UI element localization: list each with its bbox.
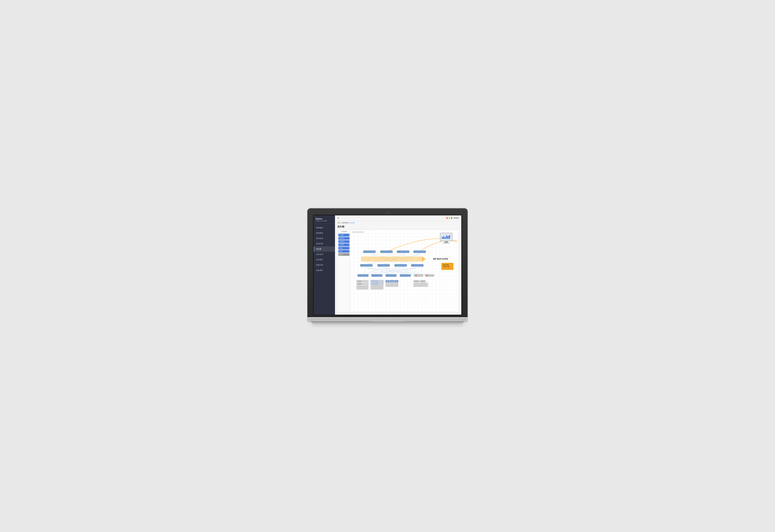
rack-3d	[386, 286, 398, 287]
device-btn-server[interactable]: Server	[338, 253, 350, 256]
breadcrumb-topology[interactable]: 拓扑图	[350, 222, 355, 224]
device-btn-pf6648[interactable]: PF6648	[338, 237, 350, 240]
leaf2-node-1[interactable]	[358, 274, 369, 277]
device-btn-pf30485[interactable]: PF30485	[338, 240, 350, 243]
svg-rect-37	[442, 237, 443, 239]
rack-1b	[356, 286, 369, 287]
status-dot-l2-4	[401, 275, 402, 276]
laptop-base	[308, 317, 467, 321]
laptop-camera	[387, 212, 388, 213]
device-btn-sf-series[interactable]: SF系列 ▾	[338, 243, 350, 246]
rack-3b	[386, 284, 398, 285]
sidebar-item-monitoring[interactable]: 监控警告	[314, 257, 335, 262]
svg-rect-39	[445, 237, 446, 239]
vm-box-3: VM	[394, 280, 398, 282]
tl-green	[451, 217, 452, 219]
status-dot-l1-4	[413, 265, 414, 266]
sidebar-item-device-maintenance[interactable]: 设备维护	[314, 268, 335, 273]
bgp-rr-dots: ............	[443, 267, 451, 269]
leaf2-node-3[interactable]	[386, 274, 397, 277]
rack-2d	[371, 289, 383, 289]
breadcrumb: 首页 / 物理网络 / 拓扑图	[335, 221, 461, 225]
sidebar-item-business-mgmt[interactable]: 业务管理	[314, 252, 335, 257]
rack-4a	[413, 283, 428, 284]
sidebar-item-device-discovery[interactable]: 设备发现	[314, 236, 335, 241]
status-dot-green	[365, 251, 366, 252]
rack-1c	[356, 288, 369, 288]
status-dot-l2-1	[359, 275, 360, 276]
docker-box-2: Docker	[420, 280, 426, 282]
svg-line-28	[397, 268, 400, 275]
device-btn-pf-series[interactable]: PF系列 ▾	[338, 234, 350, 236]
status-dot-green-4	[415, 251, 416, 252]
breadcrumb-home[interactable]: 首页	[338, 222, 341, 224]
app-container: Asteria Fabric Controller 网络概览 物理网络 设备发现…	[314, 215, 461, 315]
monitor-stand	[444, 241, 448, 243]
leaf2-node-5[interactable]	[414, 274, 423, 277]
sidebar-item-physical-network[interactable]: 物理网络	[314, 230, 335, 236]
bgp-rr-tooltip: BGP-RR Device-ID ............	[441, 263, 453, 270]
sidebar-item-traffic-analysis[interactable]: 流量分析	[314, 262, 335, 268]
sidebar-item-network-overview[interactable]: 网络概览	[314, 225, 335, 230]
chevron-down-icon-sf: ▾	[348, 244, 349, 246]
topbar: ≡ 管理员	[335, 215, 461, 221]
leaf1-node-1[interactable]	[360, 264, 373, 267]
laptop-screen-bezel: Asteria Fabric Controller 网络概览 物理网络 设备发现…	[313, 215, 462, 315]
status-dot-l1-2	[379, 265, 380, 266]
mp-bgp-label: MP-BGP EVPN	[433, 258, 448, 260]
rack-3a	[386, 283, 398, 284]
chevron-down-icon-other: ▾	[348, 250, 349, 252]
bgp-rr-line1: BGP-RR	[443, 264, 451, 266]
topology-area: 可选设备 PF系列 ▾ PF6648 PF3048	[335, 229, 461, 315]
sidebar-nav: 网络概览 物理网络 设备发现 实例列表 拓扑图 业务管理 监控警告 流量分析 设…	[314, 224, 335, 315]
status-dot-l2-3	[387, 275, 388, 276]
tl-red	[446, 217, 448, 219]
device-panel: 可选设备 PF系列 ▾ PF6648 PF3048	[338, 230, 350, 312]
spine-node-1[interactable]	[363, 250, 376, 253]
mp-bgp-banner: MP-BGP EVPN	[361, 257, 423, 261]
leaf2-node-4[interactable]	[400, 274, 411, 277]
svg-rect-41	[447, 236, 448, 239]
laptop-screen: Asteria Fabric Controller 网络概览 物理网络 设备发现…	[314, 215, 461, 315]
fusion-nos-label: FusionNOS	[371, 283, 383, 285]
docker-box-1: Docker	[413, 280, 419, 282]
monitor-icon	[440, 233, 452, 243]
spine-node-3[interactable]	[397, 250, 409, 253]
device-btn-cloud[interactable]: Cloud ▾	[338, 247, 350, 249]
main-content: ≡ 管理员 首页	[335, 215, 461, 315]
rack-2b	[371, 286, 383, 287]
status-dot-l2-2	[373, 275, 374, 276]
laptop-screen-outer: Asteria Fabric Controller 网络概览 物理网络 设备发现…	[308, 209, 467, 317]
vm-box-2: VM	[390, 280, 394, 282]
monitor-chart	[441, 234, 451, 240]
svg-rect-38	[443, 236, 444, 239]
svg-rect-40	[446, 236, 447, 239]
menu-icon[interactable]: ≡	[338, 217, 339, 219]
device-btn-other[interactable]: Other ▾	[338, 250, 350, 253]
monitor-base	[443, 243, 449, 243]
sidebar-item-topology[interactable]: 拓扑图	[314, 246, 335, 252]
leaf2-node-6[interactable]	[425, 274, 434, 277]
leaf2-node-2[interactable]	[371, 274, 382, 277]
canvas-title: 自定义拓扑名称	[352, 231, 363, 233]
sidebar-item-instance-list[interactable]: 实例列表	[314, 241, 335, 246]
rack-2c	[371, 288, 383, 288]
leaf1-node-2[interactable]	[377, 264, 390, 267]
leaf1-node-3[interactable]	[394, 264, 407, 267]
status-dot-green-3	[398, 251, 400, 252]
server-col-2: Bare Metal FusionNOS	[371, 280, 383, 289]
status-dot-l2-5-red	[416, 275, 417, 276]
server-col-4: Docker Docker	[413, 280, 428, 287]
spine-node-4[interactable]	[413, 250, 426, 253]
spine-node-2[interactable]	[380, 250, 393, 253]
breadcrumb-physical[interactable]: 物理网络	[342, 222, 348, 224]
rack-3c	[386, 285, 398, 286]
leaf1-node-4[interactable]	[411, 264, 423, 267]
rack-4c	[413, 285, 428, 286]
sidebar: Asteria Fabric Controller 网络概览 物理网络 设备发现…	[314, 215, 335, 315]
topology-canvas[interactable]: 自定义拓扑名称	[350, 230, 459, 312]
bare-metal-label: Bare Metal	[371, 280, 383, 282]
laptop-wrapper: Asteria Fabric Controller 网络概览 物理网络 设备发现…	[308, 209, 467, 324]
tapplet-label-1: Tapplet	[356, 280, 369, 282]
svg-line-32	[380, 268, 416, 275]
